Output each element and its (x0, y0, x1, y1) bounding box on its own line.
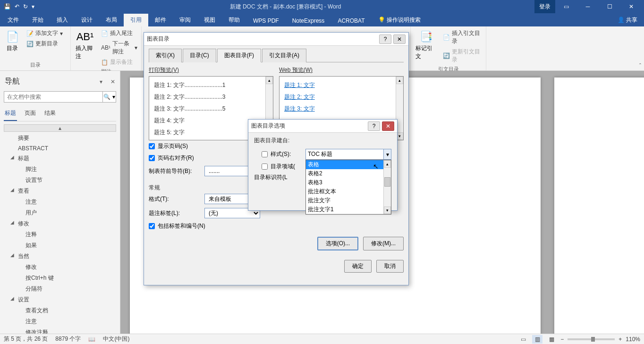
zoom-slider[interactable] (568, 338, 615, 340)
language-status[interactable]: 中文(中国) (103, 335, 129, 343)
scroll-down-icon[interactable]: ▾ (384, 206, 391, 214)
combo-option[interactable]: 表格 (306, 160, 383, 169)
tab-view[interactable]: 视图 (197, 14, 222, 26)
tab-design[interactable]: 设计 (75, 14, 99, 26)
zoom-level[interactable]: 110% (626, 336, 640, 343)
zoom-in-icon[interactable]: + (619, 336, 622, 343)
dtab-figures[interactable]: 图表目录(F) (217, 49, 261, 62)
ok-button[interactable]: 确定 (344, 260, 372, 273)
maximize-icon[interactable]: ☐ (599, 0, 620, 13)
dtab-toc[interactable]: 目录(C) (183, 49, 216, 62)
tab-help[interactable]: 帮助 (222, 14, 246, 26)
tab-acrobat[interactable]: ACROBAT (331, 15, 371, 26)
nav-item[interactable]: ◢当然 (4, 251, 116, 262)
scroll-up-icon[interactable]: ▴ (266, 77, 273, 84)
nav-item[interactable]: ◢查看 (4, 186, 116, 197)
add-text-button[interactable]: 📝 添加文字 ▾ (25, 28, 65, 38)
tab-file[interactable]: 文件 (1, 14, 25, 26)
show-page-numbers-checkbox[interactable] (149, 143, 155, 149)
style-checkbox[interactable] (262, 151, 268, 157)
zoom-out-icon[interactable]: − (560, 336, 564, 343)
scrollbar-thumb[interactable] (384, 177, 390, 187)
nav-tab-results[interactable]: 结果 (43, 107, 57, 121)
combo-option[interactable]: 表格2 (306, 169, 383, 178)
print-layout-icon[interactable]: ▥ (532, 335, 542, 344)
nav-item[interactable]: 分隔符 (4, 284, 116, 294)
dialog2-close-icon[interactable]: ✕ (382, 121, 394, 131)
combo-option[interactable]: 批注框文本 (306, 187, 383, 196)
options-button[interactable]: 选项(O)... (317, 237, 358, 250)
minimize-icon[interactable]: ─ (577, 0, 599, 13)
nav-item[interactable]: ◢设置 (4, 294, 116, 305)
nav-scroll-up[interactable]: ▴ (4, 124, 116, 132)
proofing-icon[interactable]: 📖 (88, 336, 95, 343)
insert-footnote-button[interactable]: AB¹ 插入脚注 (73, 28, 97, 61)
insert-endnote-button[interactable]: 📄 插入尾注 (99, 28, 139, 38)
qat-dropdown-icon[interactable]: ▾ (32, 3, 34, 10)
nav-close-icon[interactable]: ✕ (110, 78, 115, 85)
redo-icon[interactable]: ↻ (23, 3, 28, 10)
tab-insert[interactable]: 插入 (50, 14, 75, 26)
nav-item[interactable]: 用户 (4, 207, 116, 218)
nav-item[interactable]: 脚注 (4, 164, 116, 175)
scroll-up-icon[interactable]: ▴ (396, 77, 403, 84)
nav-item[interactable]: 设置节 (4, 175, 116, 186)
nav-item[interactable]: 如果 (4, 240, 116, 251)
right-align-checkbox[interactable] (149, 155, 155, 161)
tab-noteexpress[interactable]: NoteExpress (286, 15, 331, 26)
tab-layout[interactable]: 布局 (99, 14, 124, 26)
tab-tell-me[interactable]: 💡 操作说明搜索 (372, 14, 427, 26)
dialog-close-icon[interactable]: ✕ (393, 34, 406, 44)
tab-review[interactable]: 审阅 (173, 14, 197, 26)
close-icon[interactable]: ✕ (620, 0, 642, 13)
word-count[interactable]: 8879 个字 (55, 335, 81, 343)
combo-option[interactable]: 表格3 (306, 178, 383, 187)
page-next[interactable] (554, 77, 644, 334)
cancel-button[interactable]: 取消 (376, 260, 404, 273)
toc-button[interactable]: 📄 目录 (2, 28, 23, 53)
combo-option[interactable]: 批注文字 (306, 196, 383, 205)
nav-item[interactable]: 注意 (4, 316, 116, 327)
save-icon[interactable]: 💾 (4, 3, 11, 10)
modify-button[interactable]: 修改(M)... (363, 237, 404, 250)
read-mode-icon[interactable]: ▭ (518, 335, 528, 344)
dialog2-help-icon[interactable]: ? (368, 121, 380, 131)
nav-item[interactable]: 查看文档 (4, 305, 116, 316)
insert-toa-button[interactable]: 📄 插入引文目录 (441, 28, 484, 46)
nav-dropdown-icon[interactable]: ▾ (100, 78, 102, 85)
include-label-checkbox[interactable] (149, 223, 155, 229)
tab-references[interactable]: 引用 (124, 14, 148, 26)
update-toc-button[interactable]: 🔄 更新目录 (25, 39, 65, 49)
page-status[interactable]: 第 5 页，共 26 页 (4, 335, 48, 343)
collapse-ribbon-icon[interactable]: ˆ (639, 63, 641, 69)
tab-home[interactable]: 开始 (25, 14, 50, 26)
tab-wps-pdf[interactable]: WPS PDF (246, 15, 286, 26)
combo-option[interactable]: 批注文字1 (306, 205, 383, 214)
next-footnote-button[interactable]: AB¹ 下一条脚注 ▾ (99, 39, 139, 57)
dtab-citations[interactable]: 引文目录(A) (262, 49, 306, 62)
nav-item[interactable]: 按Ctrl+h 键 (4, 273, 116, 284)
login-button[interactable]: 登录 (534, 0, 555, 13)
tab-mailings[interactable]: 邮件 (148, 14, 173, 26)
nav-item[interactable]: ◢修改 (4, 218, 116, 229)
undo-icon[interactable]: ↶ (15, 3, 19, 10)
nav-tab-pages[interactable]: 页面 (24, 107, 37, 121)
search-input[interactable] (4, 92, 102, 102)
nav-item[interactable]: 修改 (4, 262, 116, 273)
scroll-up-icon[interactable]: ▴ (384, 160, 391, 168)
nav-item[interactable]: 注释 (4, 229, 116, 240)
mark-citation-button[interactable]: 📑 标记引文 (413, 28, 439, 61)
ribbon-display-icon[interactable]: ▭ (555, 0, 577, 13)
search-button[interactable]: 🔍 ▾ (102, 92, 116, 102)
dialog-help-icon[interactable]: ? (379, 34, 391, 44)
nav-item[interactable]: 摘要 (4, 133, 116, 144)
style-combo[interactable]: TOC 标题 ▾ (305, 149, 391, 160)
share-button[interactable]: 👤 共享 (611, 14, 644, 26)
web-layout-icon[interactable]: ▦ (546, 335, 557, 344)
nav-item[interactable]: 注意 (4, 197, 116, 207)
toc-fields-checkbox[interactable] (262, 163, 268, 170)
nav-tab-headings[interactable]: 标题 (4, 107, 17, 121)
nav-item[interactable]: ABSTRACT (4, 144, 116, 153)
nav-item[interactable]: ◢标题 (4, 153, 116, 164)
dtab-index[interactable]: 索引(X) (149, 49, 182, 62)
